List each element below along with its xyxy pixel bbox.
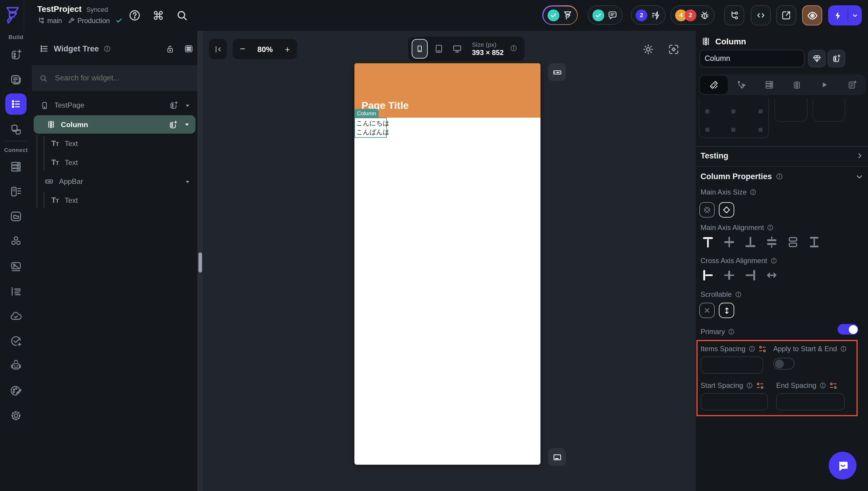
tab-preview-run[interactable] (811, 80, 838, 89)
tree-row-column-selected[interactable]: Column (34, 115, 195, 134)
add-widget-icon[interactable] (168, 120, 178, 129)
tab-widget-layout[interactable] (783, 80, 811, 90)
info-icon[interactable] (767, 224, 774, 231)
apply-start-end-toggle-off[interactable] (773, 358, 795, 370)
run-button[interactable] (828, 5, 862, 25)
preview-text-1[interactable]: こんにちは (356, 119, 385, 128)
issues-status-button[interactable]: 4 2 (671, 5, 715, 25)
share-button[interactable] (776, 5, 796, 25)
set-from-variable-icon[interactable] (758, 345, 767, 353)
main-align-space-between-button[interactable] (787, 236, 799, 248)
panels-icon[interactable] (184, 44, 194, 54)
support-chat-button[interactable] (829, 452, 857, 480)
properties-scroll-area[interactable]: Testing Column Properties Main Axi (696, 98, 868, 491)
cross-align-stretch-button[interactable] (766, 269, 778, 282)
padding-field-cut[interactable] (813, 98, 845, 122)
nav-settings[interactable] (9, 409, 23, 422)
tree-row-text-2[interactable]: TT Text (32, 154, 197, 171)
scrollable-on-button[interactable] (719, 303, 734, 318)
zoom-in-button[interactable]: + (285, 44, 290, 54)
actions-status-button[interactable]: 2 (631, 5, 666, 25)
canvas-settings-button[interactable] (668, 43, 680, 56)
tree-scrollbar-thumb[interactable] (198, 253, 202, 272)
scrollable-off-button[interactable] (700, 303, 715, 318)
run-menu-chevron[interactable] (848, 11, 862, 19)
main-align-space-around-button[interactable] (766, 236, 778, 248)
tree-row-text-3[interactable]: TT Text (32, 192, 197, 209)
column-properties-header[interactable]: Column Properties (701, 172, 864, 181)
info-icon[interactable] (770, 257, 777, 264)
main-align-space-evenly-button[interactable] (808, 236, 820, 248)
main-axis-size-min-button[interactable] (700, 202, 715, 218)
developer-menu-button[interactable] (751, 5, 771, 25)
end-spacing-input[interactable] (776, 393, 845, 410)
info-icon[interactable] (748, 345, 755, 352)
device-phone-button[interactable] (412, 39, 428, 59)
deploy-status-button[interactable] (542, 5, 578, 25)
command-menu-button[interactable] (152, 9, 165, 22)
testing-section-header[interactable]: Testing (701, 151, 864, 160)
main-axis-size-max-button[interactable] (719, 202, 734, 218)
caret-down-icon[interactable] (185, 103, 190, 108)
theme-mode-button[interactable] (642, 43, 654, 56)
size-value[interactable]: 393 × 852 (472, 49, 503, 57)
add-child-widget-button[interactable] (828, 50, 845, 67)
nav-content[interactable] (9, 285, 23, 298)
nav-data-types[interactable] (9, 185, 23, 198)
tab-backend-query[interactable] (755, 80, 783, 90)
info-icon[interactable] (746, 382, 753, 389)
selected-column-outline[interactable]: こんにちは こんばんは (354, 118, 387, 138)
nav-media-assets[interactable] (9, 210, 23, 223)
nav-database[interactable] (9, 160, 23, 173)
search-button[interactable] (176, 9, 188, 22)
branch-menu-button[interactable] (724, 5, 744, 25)
tree-scrollbar-track[interactable] (197, 31, 203, 491)
cross-align-end-button[interactable] (744, 269, 757, 282)
preview-text-2[interactable]: こんばんは (356, 128, 385, 137)
branch-name[interactable]: main (47, 17, 62, 24)
preview-appbar[interactable]: Page Title (354, 63, 540, 118)
tree-row-appbar[interactable]: AppBar (32, 173, 197, 190)
caret-down-icon[interactable] (184, 122, 190, 127)
help-button[interactable] (128, 9, 141, 22)
nav-media-library[interactable] (9, 260, 23, 273)
info-icon[interactable] (728, 328, 735, 335)
info-icon[interactable] (819, 382, 826, 389)
appbar-quick-button[interactable] (548, 63, 566, 81)
widget-search[interactable] (32, 65, 197, 91)
primary-toggle-on[interactable] (838, 324, 858, 335)
nav-pages[interactable] (9, 73, 23, 86)
main-align-center-button[interactable] (723, 236, 735, 248)
tab-documentation[interactable] (838, 80, 866, 90)
info-icon[interactable] (735, 291, 742, 298)
zoom-out-button[interactable]: − (240, 44, 245, 54)
size-info-icon[interactable] (510, 44, 518, 52)
set-from-variable-icon[interactable] (829, 382, 838, 389)
widget-name-input[interactable] (700, 50, 805, 67)
zoom-level[interactable]: 80% (257, 45, 273, 54)
theme-widget-button[interactable] (808, 50, 826, 67)
widget-tree-info-icon[interactable] (104, 45, 111, 53)
nav-tests[interactable] (9, 335, 23, 348)
collapse-panel-button[interactable] (209, 39, 227, 59)
navbar-quick-button[interactable] (548, 448, 566, 466)
tab-actions[interactable] (728, 80, 755, 90)
start-spacing-input[interactable] (701, 393, 768, 410)
nav-widget-tree[interactable] (5, 93, 27, 115)
widget-search-input[interactable] (54, 73, 186, 83)
app-logo[interactable] (0, 0, 24, 30)
lock-icon[interactable] (165, 44, 175, 54)
padding-field-cut[interactable] (774, 98, 807, 122)
nav-theme[interactable] (9, 384, 23, 397)
set-from-variable-icon[interactable] (756, 382, 764, 389)
add-widget-icon[interactable] (169, 100, 178, 110)
device-tablet-button[interactable] (432, 41, 446, 56)
tree-row-testpage[interactable]: TestPage (32, 97, 197, 114)
main-align-start-button[interactable] (702, 236, 714, 248)
environment-name[interactable]: Production (78, 17, 110, 24)
cross-align-center-button[interactable] (723, 269, 735, 282)
nav-cloud-deploy[interactable] (9, 310, 23, 323)
nav-widget-palette[interactable] (9, 49, 23, 61)
project-name[interactable]: TestProject (37, 4, 82, 13)
padding-control-cut[interactable] (699, 98, 769, 138)
